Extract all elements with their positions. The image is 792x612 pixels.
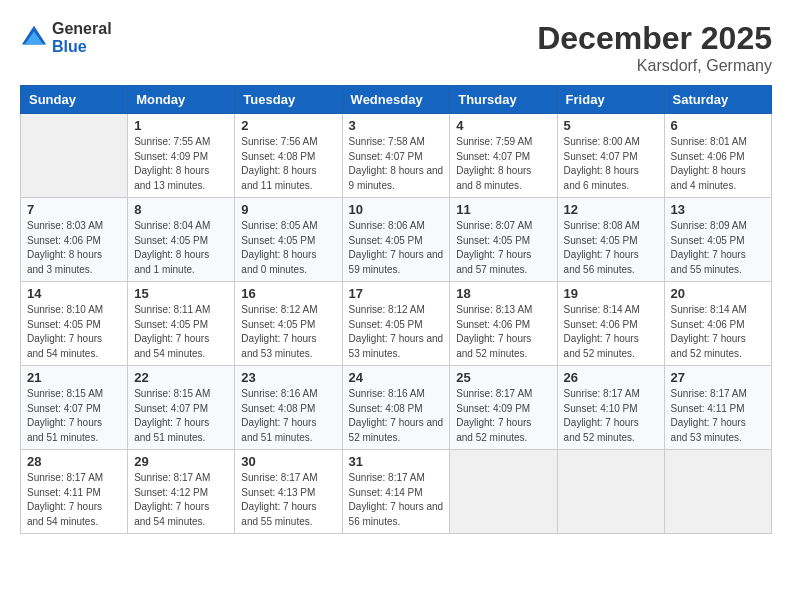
calendar-cell: 28Sunrise: 8:17 AMSunset: 4:11 PMDayligh… bbox=[21, 450, 128, 534]
calendar-cell bbox=[557, 450, 664, 534]
day-number: 8 bbox=[134, 202, 228, 217]
title-area: December 2025 Karsdorf, Germany bbox=[537, 20, 772, 75]
day-number: 18 bbox=[456, 286, 550, 301]
day-number: 12 bbox=[564, 202, 658, 217]
calendar-cell: 13Sunrise: 8:09 AMSunset: 4:05 PMDayligh… bbox=[664, 198, 771, 282]
day-number: 24 bbox=[349, 370, 444, 385]
day-info: Sunrise: 7:56 AMSunset: 4:08 PMDaylight:… bbox=[241, 135, 335, 193]
calendar-cell: 2Sunrise: 7:56 AMSunset: 4:08 PMDaylight… bbox=[235, 114, 342, 198]
calendar-cell bbox=[450, 450, 557, 534]
day-info: Sunrise: 8:12 AMSunset: 4:05 PMDaylight:… bbox=[241, 303, 335, 361]
day-info: Sunrise: 7:58 AMSunset: 4:07 PMDaylight:… bbox=[349, 135, 444, 193]
calendar-cell: 30Sunrise: 8:17 AMSunset: 4:13 PMDayligh… bbox=[235, 450, 342, 534]
day-number: 26 bbox=[564, 370, 658, 385]
calendar-cell: 6Sunrise: 8:01 AMSunset: 4:06 PMDaylight… bbox=[664, 114, 771, 198]
calendar-header-row: SundayMondayTuesdayWednesdayThursdayFrid… bbox=[21, 86, 772, 114]
calendar-cell: 16Sunrise: 8:12 AMSunset: 4:05 PMDayligh… bbox=[235, 282, 342, 366]
header-day-wednesday: Wednesday bbox=[342, 86, 450, 114]
day-number: 7 bbox=[27, 202, 121, 217]
calendar-cell: 27Sunrise: 8:17 AMSunset: 4:11 PMDayligh… bbox=[664, 366, 771, 450]
calendar-cell: 10Sunrise: 8:06 AMSunset: 4:05 PMDayligh… bbox=[342, 198, 450, 282]
day-number: 1 bbox=[134, 118, 228, 133]
calendar-cell: 17Sunrise: 8:12 AMSunset: 4:05 PMDayligh… bbox=[342, 282, 450, 366]
day-info: Sunrise: 8:07 AMSunset: 4:05 PMDaylight:… bbox=[456, 219, 550, 277]
header-day-thursday: Thursday bbox=[450, 86, 557, 114]
logo-text: General Blue bbox=[52, 20, 112, 55]
calendar-cell: 18Sunrise: 8:13 AMSunset: 4:06 PMDayligh… bbox=[450, 282, 557, 366]
calendar-cell: 23Sunrise: 8:16 AMSunset: 4:08 PMDayligh… bbox=[235, 366, 342, 450]
day-number: 23 bbox=[241, 370, 335, 385]
calendar-cell: 8Sunrise: 8:04 AMSunset: 4:05 PMDaylight… bbox=[128, 198, 235, 282]
day-info: Sunrise: 8:15 AMSunset: 4:07 PMDaylight:… bbox=[27, 387, 121, 445]
calendar-cell: 25Sunrise: 8:17 AMSunset: 4:09 PMDayligh… bbox=[450, 366, 557, 450]
calendar-week-5: 28Sunrise: 8:17 AMSunset: 4:11 PMDayligh… bbox=[21, 450, 772, 534]
calendar-cell bbox=[664, 450, 771, 534]
header-day-sunday: Sunday bbox=[21, 86, 128, 114]
calendar-cell: 26Sunrise: 8:17 AMSunset: 4:10 PMDayligh… bbox=[557, 366, 664, 450]
day-info: Sunrise: 8:09 AMSunset: 4:05 PMDaylight:… bbox=[671, 219, 765, 277]
day-number: 21 bbox=[27, 370, 121, 385]
day-info: Sunrise: 8:15 AMSunset: 4:07 PMDaylight:… bbox=[134, 387, 228, 445]
calendar-cell: 1Sunrise: 7:55 AMSunset: 4:09 PMDaylight… bbox=[128, 114, 235, 198]
calendar-cell: 19Sunrise: 8:14 AMSunset: 4:06 PMDayligh… bbox=[557, 282, 664, 366]
day-info: Sunrise: 8:03 AMSunset: 4:06 PMDaylight:… bbox=[27, 219, 121, 277]
calendar-cell: 21Sunrise: 8:15 AMSunset: 4:07 PMDayligh… bbox=[21, 366, 128, 450]
calendar-cell: 4Sunrise: 7:59 AMSunset: 4:07 PMDaylight… bbox=[450, 114, 557, 198]
day-number: 25 bbox=[456, 370, 550, 385]
page-header: General Blue December 2025 Karsdorf, Ger… bbox=[20, 20, 772, 75]
day-number: 3 bbox=[349, 118, 444, 133]
day-number: 22 bbox=[134, 370, 228, 385]
day-info: Sunrise: 8:13 AMSunset: 4:06 PMDaylight:… bbox=[456, 303, 550, 361]
calendar-cell: 9Sunrise: 8:05 AMSunset: 4:05 PMDaylight… bbox=[235, 198, 342, 282]
day-number: 27 bbox=[671, 370, 765, 385]
calendar-cell: 3Sunrise: 7:58 AMSunset: 4:07 PMDaylight… bbox=[342, 114, 450, 198]
calendar-cell: 24Sunrise: 8:16 AMSunset: 4:08 PMDayligh… bbox=[342, 366, 450, 450]
header-day-friday: Friday bbox=[557, 86, 664, 114]
day-number: 16 bbox=[241, 286, 335, 301]
month-title: December 2025 bbox=[537, 20, 772, 57]
day-number: 4 bbox=[456, 118, 550, 133]
day-info: Sunrise: 8:17 AMSunset: 4:13 PMDaylight:… bbox=[241, 471, 335, 529]
calendar-week-3: 14Sunrise: 8:10 AMSunset: 4:05 PMDayligh… bbox=[21, 282, 772, 366]
day-number: 29 bbox=[134, 454, 228, 469]
day-number: 19 bbox=[564, 286, 658, 301]
day-info: Sunrise: 8:01 AMSunset: 4:06 PMDaylight:… bbox=[671, 135, 765, 193]
day-info: Sunrise: 8:14 AMSunset: 4:06 PMDaylight:… bbox=[564, 303, 658, 361]
day-number: 31 bbox=[349, 454, 444, 469]
day-number: 2 bbox=[241, 118, 335, 133]
calendar-table: SundayMondayTuesdayWednesdayThursdayFrid… bbox=[20, 85, 772, 534]
calendar-cell: 15Sunrise: 8:11 AMSunset: 4:05 PMDayligh… bbox=[128, 282, 235, 366]
logo: General Blue bbox=[20, 20, 112, 55]
calendar-cell: 29Sunrise: 8:17 AMSunset: 4:12 PMDayligh… bbox=[128, 450, 235, 534]
day-info: Sunrise: 8:10 AMSunset: 4:05 PMDaylight:… bbox=[27, 303, 121, 361]
day-number: 30 bbox=[241, 454, 335, 469]
calendar-cell: 20Sunrise: 8:14 AMSunset: 4:06 PMDayligh… bbox=[664, 282, 771, 366]
day-info: Sunrise: 8:16 AMSunset: 4:08 PMDaylight:… bbox=[349, 387, 444, 445]
logo-blue-text: Blue bbox=[52, 38, 112, 56]
header-day-tuesday: Tuesday bbox=[235, 86, 342, 114]
day-number: 17 bbox=[349, 286, 444, 301]
day-info: Sunrise: 8:16 AMSunset: 4:08 PMDaylight:… bbox=[241, 387, 335, 445]
day-number: 20 bbox=[671, 286, 765, 301]
day-info: Sunrise: 8:14 AMSunset: 4:06 PMDaylight:… bbox=[671, 303, 765, 361]
day-number: 10 bbox=[349, 202, 444, 217]
day-number: 6 bbox=[671, 118, 765, 133]
calendar-cell: 12Sunrise: 8:08 AMSunset: 4:05 PMDayligh… bbox=[557, 198, 664, 282]
calendar-cell: 7Sunrise: 8:03 AMSunset: 4:06 PMDaylight… bbox=[21, 198, 128, 282]
day-number: 15 bbox=[134, 286, 228, 301]
day-info: Sunrise: 8:17 AMSunset: 4:10 PMDaylight:… bbox=[564, 387, 658, 445]
calendar-cell: 5Sunrise: 8:00 AMSunset: 4:07 PMDaylight… bbox=[557, 114, 664, 198]
day-info: Sunrise: 8:17 AMSunset: 4:11 PMDaylight:… bbox=[27, 471, 121, 529]
day-info: Sunrise: 8:17 AMSunset: 4:12 PMDaylight:… bbox=[134, 471, 228, 529]
logo-general-text: General bbox=[52, 20, 112, 38]
day-info: Sunrise: 8:05 AMSunset: 4:05 PMDaylight:… bbox=[241, 219, 335, 277]
calendar-cell: 22Sunrise: 8:15 AMSunset: 4:07 PMDayligh… bbox=[128, 366, 235, 450]
day-info: Sunrise: 8:06 AMSunset: 4:05 PMDaylight:… bbox=[349, 219, 444, 277]
day-number: 9 bbox=[241, 202, 335, 217]
day-info: Sunrise: 8:08 AMSunset: 4:05 PMDaylight:… bbox=[564, 219, 658, 277]
day-info: Sunrise: 8:17 AMSunset: 4:11 PMDaylight:… bbox=[671, 387, 765, 445]
day-info: Sunrise: 8:11 AMSunset: 4:05 PMDaylight:… bbox=[134, 303, 228, 361]
day-info: Sunrise: 7:59 AMSunset: 4:07 PMDaylight:… bbox=[456, 135, 550, 193]
day-info: Sunrise: 8:17 AMSunset: 4:09 PMDaylight:… bbox=[456, 387, 550, 445]
day-number: 28 bbox=[27, 454, 121, 469]
